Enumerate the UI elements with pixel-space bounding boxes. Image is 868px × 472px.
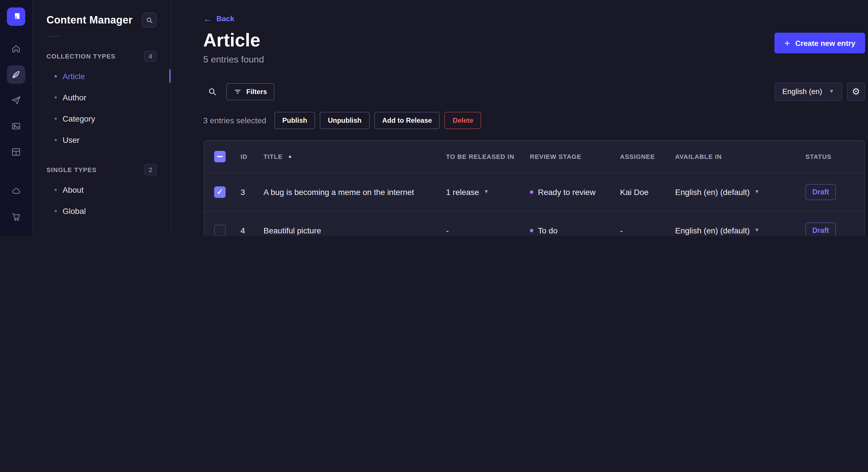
column-header-title-label: TITLE [264, 153, 282, 160]
cell-title: Beautiful picture [254, 226, 436, 235]
sidebar-item-author[interactable]: Author [46, 87, 157, 108]
table-row[interactable]: ✓ 3 A bug is becoming a meme on the inte… [204, 173, 865, 211]
list-toolbar: Filters English (en) ▼ ⚙ [203, 82, 865, 101]
strapi-logo-glyph [11, 12, 21, 21]
search-icon [208, 87, 217, 96]
page-header: Article 5 entries found + Create new ent… [203, 30, 865, 65]
row-checkbox[interactable] [214, 225, 226, 236]
unpublish-button[interactable]: Unpublish [320, 112, 369, 129]
strapi-logo-icon[interactable] [7, 7, 25, 26]
toolbar-right: English (en) ▼ ⚙ [774, 82, 865, 101]
entry-title: A bug is becoming a meme on the internet [264, 188, 414, 197]
single-types-section: SINGLE TYPES 2 About Global [46, 164, 157, 222]
status-badge: Draft [805, 223, 836, 236]
cell-available-in[interactable]: English (en) (default) ▼ [665, 226, 796, 235]
publish-button[interactable]: Publish [274, 112, 315, 129]
sidebar-item-label: Author [63, 93, 86, 102]
section-count-badge: 4 [144, 50, 157, 62]
back-link[interactable]: ← Back [203, 14, 234, 23]
chevron-down-icon: ▼ [829, 89, 834, 94]
create-new-entry-button[interactable]: + Create new entry [775, 33, 865, 53]
toolbar-left: Filters [203, 82, 274, 101]
sidebar-item-about[interactable]: About [46, 179, 157, 200]
stage-dot [530, 191, 533, 194]
cell-status: Draft [796, 223, 865, 236]
app-window: ⚙ KD Content Manager COLLECTION TYPES 4 … [0, 0, 868, 236]
filters-label: Filters [246, 88, 267, 96]
table-row[interactable]: 4 Beautiful picture - To do - English (e… [204, 211, 865, 236]
locale-select-value: English (en) [782, 88, 822, 96]
chevron-down-icon: ▼ [754, 190, 760, 195]
select-all-checkbox[interactable] [214, 151, 226, 162]
sidebar-search-button[interactable] [142, 12, 157, 28]
home-icon[interactable] [7, 40, 25, 58]
collection-types-header: COLLECTION TYPES 4 [46, 50, 157, 62]
rail-icon-list: ⚙ [7, 40, 25, 236]
marketplace-icon[interactable] [7, 208, 25, 226]
section-count-badge: 2 [144, 164, 157, 175]
sidebar-item-label: About [63, 185, 84, 194]
sidebar-item-label: Global [63, 206, 86, 215]
sidebar-item-global[interactable]: Global [46, 200, 157, 222]
content-manager-icon[interactable] [7, 65, 25, 84]
page-header-text: Article 5 entries found [203, 30, 264, 65]
releases-icon[interactable] [7, 91, 25, 109]
collection-types-list: Article Author Category User [46, 65, 157, 150]
add-to-release-button[interactable]: Add to Release [374, 112, 440, 129]
search-icon [146, 16, 153, 24]
column-header-status[interactable]: STATUS [796, 153, 865, 160]
cell-review-stage: Ready to review [520, 188, 610, 197]
selection-count-text: 3 entries selected [203, 116, 266, 125]
column-header-assignee[interactable]: ASSIGNEE [610, 153, 665, 160]
sidebar-item-label: Category [63, 114, 95, 123]
locale-value: English (en) (default) [675, 188, 750, 197]
table-header-row: ID TITLE ▲ TO BE RELEASED IN REVIEW STAG… [204, 140, 865, 173]
filters-button[interactable]: Filters [226, 83, 274, 100]
column-header-review-stage[interactable]: REVIEW STAGE [520, 153, 610, 160]
cell-available-in[interactable]: English (en) (default) ▼ [665, 188, 796, 197]
cell-assignee: - [610, 226, 665, 235]
view-settings-button[interactable]: ⚙ [847, 82, 865, 101]
entries-count-subtitle: 5 entries found [203, 55, 264, 65]
locale-value: English (en) (default) [675, 226, 750, 235]
icon-rail: ⚙ KD [0, 0, 33, 236]
gear-icon: ⚙ [852, 86, 860, 97]
single-types-list: About Global [46, 179, 157, 222]
entries-table: ID TITLE ▲ TO BE RELEASED IN REVIEW STAG… [203, 140, 865, 236]
release-value: - [446, 226, 448, 235]
cloud-icon[interactable] [7, 182, 25, 200]
row-checkbox-cell [204, 225, 231, 236]
cell-release[interactable]: 1 release ▼ [436, 188, 520, 197]
stage-label: Ready to review [538, 188, 596, 197]
filter-icon [234, 88, 242, 96]
content-type-builder-icon[interactable] [7, 143, 25, 161]
sidebar-item-article[interactable]: Article [46, 65, 157, 87]
cell-id: 3 [231, 188, 254, 197]
plus-icon: + [784, 38, 790, 48]
bullet-dot [55, 117, 57, 120]
back-arrow-icon: ← [203, 14, 212, 23]
cell-id: 4 [231, 226, 254, 235]
column-header-available-in[interactable]: AVAILABLE IN [665, 153, 796, 160]
column-header-release[interactable]: TO BE RELEASED IN [436, 153, 520, 160]
sort-asc-icon[interactable]: ▲ [288, 154, 292, 159]
media-library-icon[interactable] [7, 117, 25, 135]
sidebar-item-user[interactable]: User [46, 129, 157, 150]
delete-button[interactable]: Delete [445, 112, 482, 129]
stage-dot [530, 229, 533, 232]
search-button[interactable] [203, 82, 222, 101]
sidebar-title: Content Manager [46, 14, 133, 26]
page-title: Article [203, 30, 264, 51]
row-checkbox-cell: ✓ [204, 187, 231, 198]
bullet-dot [55, 138, 57, 141]
collection-types-section: COLLECTION TYPES 4 Article Author Catego… [46, 50, 157, 150]
sidebar-item-label: User [63, 135, 80, 144]
sidebar-item-category[interactable]: Category [46, 108, 157, 129]
locale-select[interactable]: English (en) ▼ [774, 82, 842, 101]
cell-review-stage: To do [520, 226, 610, 235]
entry-title: Beautiful picture [264, 226, 321, 235]
back-label: Back [216, 14, 234, 23]
row-checkbox[interactable]: ✓ [214, 187, 226, 198]
column-header-title[interactable]: TITLE ▲ [254, 153, 436, 160]
column-header-id[interactable]: ID [231, 153, 254, 160]
